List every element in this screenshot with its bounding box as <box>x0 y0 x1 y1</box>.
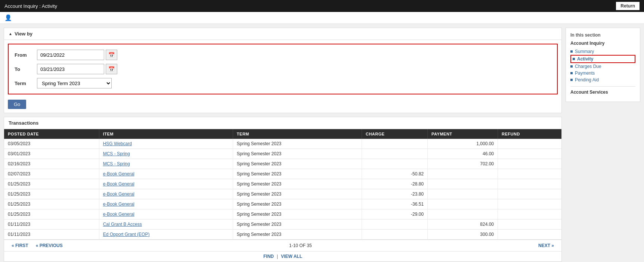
cell-term: Spring Semester 2023 <box>233 199 362 209</box>
next-link[interactable]: NEXT » <box>538 243 554 248</box>
cell-refund <box>498 199 561 209</box>
cell-refund <box>498 179 561 189</box>
table-row: 01/25/2023e-Book GeneralSpring Semester … <box>4 189 561 199</box>
first-link[interactable]: « FIRST <box>12 243 28 248</box>
sidebar-item-pending-aid[interactable]: Pending Aid <box>570 77 635 83</box>
cell-term: Spring Semester 2023 <box>233 230 362 240</box>
view-all-link[interactable]: VIEW ALL <box>281 254 302 259</box>
cell-item[interactable]: Ed Opport Grant (EOP) <box>99 230 233 240</box>
previous-link[interactable]: « PREVIOUS <box>36 243 63 248</box>
sidebar: In this section Account Inquiry Summary … <box>566 28 640 102</box>
cell-posted_date: 01/25/2023 <box>4 209 99 219</box>
cell-item[interactable]: e-Book General <box>99 209 233 219</box>
term-select[interactable]: Spring Term 2023 Fall Term 2022 Summer T… <box>37 78 112 88</box>
cell-refund <box>498 209 561 219</box>
col-refund: REFUND <box>498 129 561 139</box>
to-row: To 📅 <box>15 64 551 74</box>
cell-term: Spring Semester 2023 <box>233 169 362 179</box>
cell-posted_date: 01/11/2023 <box>4 230 99 240</box>
cell-term: Spring Semester 2023 <box>233 209 362 219</box>
from-input-group: 📅 <box>37 50 117 60</box>
transactions-section: Transactions POSTED DATE ITEM TERM CHARG… <box>4 117 562 262</box>
top-bar: Account Inquiry : Activity Return <box>0 0 644 12</box>
cell-payment: 300.00 <box>428 230 498 240</box>
table-row: 02/16/2023MCS - SpringSpring Semester 20… <box>4 159 561 169</box>
cell-term: Spring Semester 2023 <box>233 139 362 149</box>
cell-posted_date: 01/25/2023 <box>4 179 99 189</box>
cell-posted_date: 03/05/2023 <box>4 139 99 149</box>
cell-payment <box>428 189 498 199</box>
cell-refund <box>498 149 561 159</box>
summary-link[interactable]: Summary <box>575 49 594 54</box>
from-calendar-button[interactable]: 📅 <box>106 50 117 60</box>
payments-link[interactable]: Payments <box>575 71 595 76</box>
table-body: 03/05/2023HSG WebcardSpring Semester 202… <box>4 139 561 240</box>
bullet-icon-activity <box>573 58 575 60</box>
cell-item[interactable]: MCS - Spring <box>99 149 233 159</box>
cell-payment <box>428 179 498 189</box>
pagination-info: 1-10 OF 35 <box>289 243 312 248</box>
cell-item[interactable]: e-Book General <box>99 169 233 179</box>
cell-item[interactable]: e-Book General <box>99 199 233 209</box>
sidebar-divider <box>570 86 635 87</box>
cell-payment: 1,000.00 <box>428 139 498 149</box>
cell-posted_date: 02/07/2023 <box>4 169 99 179</box>
cell-charge: -29.00 <box>362 209 427 219</box>
return-button[interactable]: Return <box>616 2 640 10</box>
view-by-header: ▲ View by <box>4 28 561 40</box>
cell-item[interactable]: e-Book General <box>99 179 233 189</box>
cell-payment: 824.00 <box>428 219 498 230</box>
cell-charge: -36.51 <box>362 199 427 209</box>
user-icon: 👤 <box>4 15 12 21</box>
cell-payment <box>428 199 498 209</box>
cell-item[interactable]: MCS - Spring <box>99 159 233 169</box>
filter-form: From 📅 To 📅 <box>8 44 558 94</box>
to-date-input[interactable] <box>37 64 104 74</box>
table-row: 03/01/2023MCS - SpringSpring Semester 20… <box>4 149 561 159</box>
sidebar-account-inquiry-title: Account Inquiry <box>570 41 635 46</box>
charges-due-link[interactable]: Charges Due <box>575 64 601 69</box>
pagination-left: « FIRST « PREVIOUS <box>12 243 63 248</box>
cell-refund <box>498 159 561 169</box>
sidebar-account-services-title: Account Services <box>570 90 635 95</box>
cell-charge: -28.80 <box>362 179 427 189</box>
table-row: 03/05/2023HSG WebcardSpring Semester 202… <box>4 139 561 149</box>
cell-payment <box>428 209 498 219</box>
term-row: Term Spring Term 2023 Fall Term 2022 Sum… <box>15 78 551 88</box>
cell-term: Spring Semester 2023 <box>233 159 362 169</box>
cell-item[interactable]: HSG Webcard <box>99 139 233 149</box>
cell-payment: 702.00 <box>428 159 498 169</box>
cell-posted_date: 03/01/2023 <box>4 149 99 159</box>
to-label: To <box>15 66 33 72</box>
pending-aid-link[interactable]: Pending Aid <box>575 77 599 82</box>
sidebar-section-title: In this section <box>570 32 635 38</box>
sidebar-item-activity[interactable]: Activity <box>570 55 635 63</box>
table-row: 01/25/2023e-Book GeneralSpring Semester … <box>4 199 561 209</box>
cell-charge <box>362 149 427 159</box>
cell-charge: -50.82 <box>362 169 427 179</box>
chevron-up-icon: ▲ <box>9 32 12 36</box>
from-label: From <box>15 52 33 58</box>
sidebar-item-payments[interactable]: Payments <box>570 70 635 77</box>
cell-item[interactable]: e-Book General <box>99 189 233 199</box>
col-item: ITEM <box>99 129 233 139</box>
to-calendar-button[interactable]: 📅 <box>106 64 117 74</box>
view-by-title: View by <box>15 31 32 37</box>
cell-term: Spring Semester 2023 <box>233 189 362 199</box>
sidebar-item-charges-due[interactable]: Charges Due <box>570 63 635 70</box>
pagination-row: « FIRST « PREVIOUS 1-10 OF 35 NEXT » <box>4 240 561 251</box>
term-label: Term <box>15 81 33 86</box>
go-button[interactable]: Go <box>8 100 26 109</box>
cell-refund <box>498 219 561 230</box>
view-by-section: ▲ View by From 📅 To <box>4 28 562 113</box>
cell-term: Spring Semester 2023 <box>233 149 362 159</box>
activity-link[interactable]: Activity <box>577 56 593 62</box>
cell-posted_date: 01/25/2023 <box>4 199 99 209</box>
cell-item[interactable]: Cal Grant B Access <box>99 219 233 230</box>
cell-term: Spring Semester 2023 <box>233 179 362 189</box>
find-link[interactable]: FIND <box>263 254 274 259</box>
cell-refund <box>498 189 561 199</box>
from-date-input[interactable] <box>37 50 104 60</box>
sidebar-item-summary[interactable]: Summary <box>570 48 635 55</box>
cell-charge: -23.80 <box>362 189 427 199</box>
